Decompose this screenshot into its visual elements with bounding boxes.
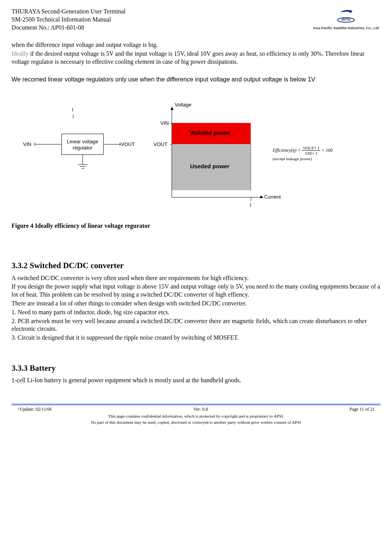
apsi-logo-icon: APSI <box>336 8 356 23</box>
footer-note-2: No part of this document may be used, co… <box>12 420 380 425</box>
footer-note-1: This page contains confidential informat… <box>12 413 380 419</box>
vout-axis-label: VOUT <box>154 141 167 148</box>
page-header: THURAYA Second-Generation User Terminal … <box>12 8 380 32</box>
section-332-li1: 1. Need to many parts of inductor, diode… <box>12 309 380 317</box>
header-doc-no: Document No.: AP01-601-08 <box>12 24 126 32</box>
frac-denominator: VIN× I <box>305 151 317 156</box>
frac-numerator: VOUT× I <box>302 146 320 151</box>
vout-term <box>120 143 120 146</box>
times-100: × 100 <box>321 148 332 153</box>
y-axis-arrow-icon <box>170 107 174 110</box>
section-333-heading: 3.3.3 Battery <box>12 363 380 373</box>
figure-4: VIN Linear voltage regulator VOUT I Volt… <box>12 95 380 218</box>
header-left: THURAYA Second-Generation User Terminal … <box>12 8 126 32</box>
footer-update: +Update: 02/11/06 <box>17 406 52 413</box>
i-tick-x <box>251 197 251 201</box>
section-332-p2: If you design the power supply what inpu… <box>12 283 380 299</box>
vout-line <box>104 144 121 144</box>
section-333-p1: 1-cell Li-Ion battery is general power e… <box>12 377 380 385</box>
vout-left-label: VOUT <box>121 141 135 148</box>
efficiency-lhs: Efficiency(η) = <box>273 148 301 153</box>
vin-line <box>35 144 61 144</box>
svg-text:APSI: APSI <box>341 17 351 22</box>
header-title-2: SM-2500 Technical Information Manual <box>12 16 126 24</box>
section-332-p3: There are instead a lot of other things … <box>12 300 380 308</box>
i-tick <box>73 114 73 118</box>
section-332-p1: A switched DC/DC converter is very often… <box>12 274 380 282</box>
vin-axis-label: VIN <box>160 120 169 127</box>
footer-divider <box>12 404 380 405</box>
company-logo-text: Asia Pacific Satellite Industries, Co., … <box>311 26 380 31</box>
section-332-li2: 2. PCB artwork must be very well because… <box>12 317 380 333</box>
useded-label: Useded power <box>190 163 230 170</box>
ideally-word: Ideally <box>12 50 28 57</box>
header-title-1: THURAYA Second-Generation User Terminal <box>12 8 126 16</box>
intro-p1: when the difference input voltage and ou… <box>12 41 380 49</box>
page-footer: +Update: 02/11/06 Ver: 0.8 Page 11 of 21… <box>12 404 380 425</box>
section-332-heading: 3.3.2 Switched DC/DC converter <box>12 260 380 271</box>
waisted-label: Waisted power <box>190 129 230 137</box>
intro-p2: Ideally if the desired output voltage is… <box>12 50 380 66</box>
x-axis <box>172 197 262 197</box>
voltage-axis-label: Voltage <box>175 102 191 108</box>
except-note: (except leakage power) <box>273 156 332 161</box>
regulator-box: Linear voltage regulator <box>61 134 104 155</box>
i-label-x: I <box>250 202 251 209</box>
vin-left-label: VIN <box>23 141 31 148</box>
footer-row: +Update: 02/11/06 Ver: 0.8 Page 11 of 21 <box>12 406 380 413</box>
current-axis-label: Current <box>264 194 281 201</box>
i-label-top: I <box>72 107 73 113</box>
dashed-vertical <box>251 144 251 190</box>
intro-p2-rest: if the desired output voltage is 5V and … <box>12 50 365 65</box>
footer-version: Ver: 0.8 <box>194 406 208 413</box>
efficiency-equation: Efficiency(η) = VOUT× I VIN× I × 100 (ex… <box>273 145 332 162</box>
x-axis-arrow-icon <box>260 196 263 199</box>
intro-p3: We recomed linear voltage regulators onl… <box>12 76 380 84</box>
footer-page: Page 11 of 21 <box>349 406 375 413</box>
section-332-li3: 3. Circuit is designed that it is suppre… <box>12 334 380 342</box>
efficiency-fraction: VOUT× I VIN× I <box>302 145 320 156</box>
figure-4-caption: Figure 4 Ideally efficiency of linear vo… <box>12 222 380 230</box>
efficiency-chart: Voltage VIN VOUT Waisted power Useded po… <box>154 103 257 209</box>
vin-term <box>35 143 35 146</box>
company-logo: APSI Asia Pacific Satellite Industries, … <box>311 8 380 30</box>
